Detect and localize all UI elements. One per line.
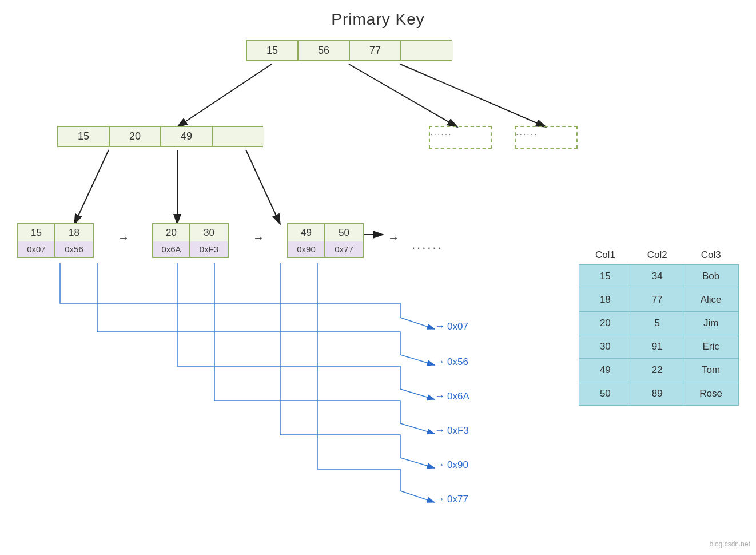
pointer-0x90: → 0x90 [435,459,468,471]
col2-header: Col2 [631,246,683,265]
row3-col2: 5 [631,312,683,335]
row2-col1: 18 [579,288,631,312]
leaf1-top-1: 15 [18,224,55,241]
leaf3-bottom-1: 0x90 [288,241,325,257]
svg-line-10 [400,355,435,365]
svg-line-11 [400,389,435,399]
pointer-0x07: → 0x07 [435,320,468,332]
l1-cell-3: 49 [161,127,213,146]
root-node: 15 56 77 [246,40,452,61]
table-header-row: Col1 Col2 Col3 [579,246,739,265]
watermark: blog.csdn.net [710,540,750,548]
row2-col3: Alice [683,288,739,312]
leaf-arrow-3: → [388,217,399,258]
svg-line-7 [246,150,280,224]
row4-col2: 91 [631,335,683,359]
row6-col1: 50 [579,382,631,406]
svg-line-3 [349,64,457,127]
leaf-arrow-2: → [253,217,264,258]
svg-line-2 [177,64,272,127]
leaf2-top-1: 20 [153,224,190,241]
leaf-node-2: 20 30 0x6A 0xF3 [152,223,229,258]
pointer-0x6A: → 0x6A [435,390,469,402]
table-row: 49 22 Tom [579,359,739,382]
row1-col1: 15 [579,265,631,288]
leaf1-top-2: 18 [55,224,93,241]
leaf2-bottom-1: 0x6A [153,241,190,257]
leaf3-bottom-2: 0x77 [325,241,363,257]
row4-col3: Eric [683,335,739,359]
root-cell-1: 15 [247,41,299,60]
leaf1-bottom-1: 0x07 [18,241,55,257]
svg-line-12 [400,423,435,434]
svg-line-9 [400,318,435,329]
leaf-arrow-1: → [118,217,129,258]
table-row: 50 89 Rose [579,382,739,406]
l1-cell-1: 15 [58,127,110,146]
svg-line-4 [400,64,546,127]
l1-cell-2: 20 [110,127,161,146]
row4-col1: 30 [579,335,631,359]
btree-ellipsis: ...... [412,237,443,252]
svg-line-14 [400,491,435,502]
row1-col2: 34 [631,265,683,288]
table-row: 15 34 Bob [579,265,739,288]
l1-ptr [213,127,264,146]
col1-header: Col1 [579,246,631,265]
row2-col2: 77 [631,288,683,312]
row5-col3: Tom [683,359,739,382]
table-row: 20 5 Jim [579,312,739,335]
row5-col2: 22 [631,359,683,382]
pointer-0xF3: → 0xF3 [435,425,469,437]
table-row: 30 91 Eric [579,335,739,359]
page-title: Primary Key [0,0,756,29]
root-cell-2: 56 [299,41,350,60]
row1-col3: Bob [683,265,739,288]
root-ptr [401,41,453,60]
leaf3-top-2: 50 [325,224,363,241]
row3-col1: 20 [579,312,631,335]
svg-line-13 [400,458,435,468]
leaf-node-3: 49 50 0x90 0x77 [287,223,364,258]
leaf3-top-1: 49 [288,224,325,241]
row5-col1: 49 [579,359,631,382]
leaf-nodes-group: 15 18 0x07 0x56 → 20 30 0x6A 0xF3 → 49 5… [17,223,399,258]
data-table: Col1 Col2 Col3 15 34 Bob 18 77 Alice 20 … [579,246,739,406]
root-cell-3: 77 [350,41,401,60]
leaf-node-1: 15 18 0x07 0x56 [17,223,94,258]
row3-col3: Jim [683,312,739,335]
l1-node: 15 20 49 [57,126,263,147]
leaf2-top-2: 30 [190,224,228,241]
dashed-node-2: ...... [515,126,578,149]
leaf2-bottom-2: 0xF3 [190,241,228,257]
dashed-node-1: ...... [429,126,492,149]
svg-line-5 [74,150,109,224]
row6-col2: 89 [631,382,683,406]
pointer-0x77: → 0x77 [435,493,468,505]
col3-header: Col3 [683,246,739,265]
table-row: 18 77 Alice [579,288,739,312]
row6-col3: Rose [683,382,739,406]
leaf1-bottom-2: 0x56 [55,241,93,257]
pointer-0x56: → 0x56 [435,356,468,368]
